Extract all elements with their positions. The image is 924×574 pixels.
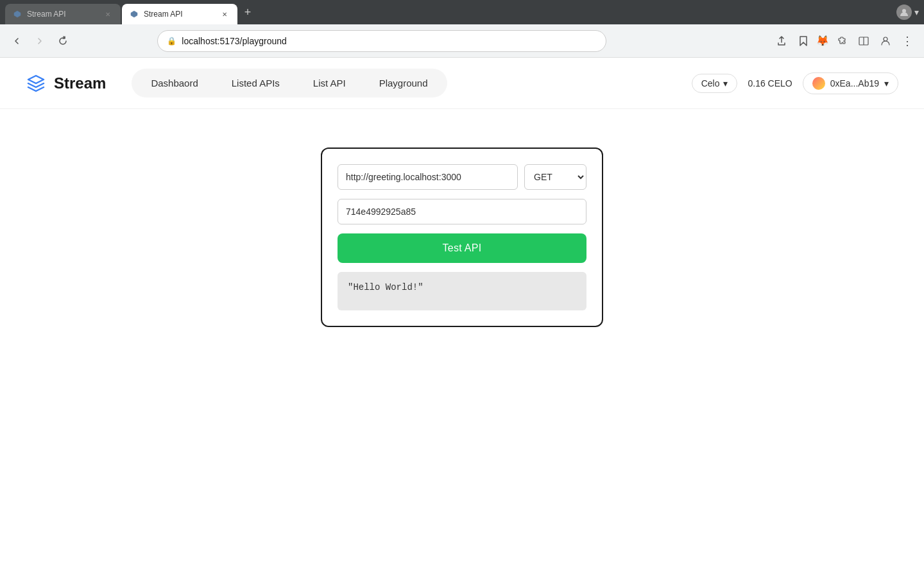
svg-marker-0 <box>14 11 21 17</box>
more-menu-button[interactable]: ⋮ <box>898 32 916 50</box>
stream-logo-icon <box>26 73 46 94</box>
address-bar-row: 🔒 localhost:5173/playground 🦊 <box>0 24 924 58</box>
wallet-address[interactable]: 0xEa...Ab19 ▾ <box>803 72 898 94</box>
bookmark-button[interactable] <box>794 32 812 50</box>
tab-favicon-1 <box>13 10 22 19</box>
chrome-profile-button[interactable] <box>877 32 894 50</box>
url-input[interactable] <box>338 164 518 190</box>
share-button[interactable] <box>773 32 791 50</box>
svg-marker-1 <box>131 11 137 17</box>
nav-link-dashboard[interactable]: Dashbaord <box>135 72 213 94</box>
profile-icon <box>896 4 912 20</box>
tab-favicon-2 <box>130 10 139 19</box>
browser-tab-2[interactable]: Stream API ✕ <box>122 4 237 24</box>
network-selector[interactable]: Celo ▾ <box>692 74 738 93</box>
tab-dropdown-icon[interactable]: ▾ <box>914 7 919 17</box>
nav-links: Dashbaord Listed APIs List API Playgroun… <box>132 69 447 97</box>
tab-close-2[interactable]: ✕ <box>219 9 230 19</box>
back-button[interactable] <box>8 32 26 50</box>
url-row: GET POST PUT DELETE <box>338 164 586 190</box>
address-bar[interactable]: 🔒 localhost:5173/playground <box>157 30 606 52</box>
app-content: Stream Dashbaord Listed APIs List API Pl… <box>0 58 924 574</box>
nav-link-playground[interactable]: Playground <box>364 72 443 94</box>
api-key-input[interactable] <box>338 199 586 224</box>
tab-title-2: Stream API <box>144 10 214 19</box>
wallet-address-text: 0xEa...Ab19 <box>830 78 879 89</box>
wallet-avatar <box>812 77 825 90</box>
svg-point-6 <box>884 37 887 41</box>
browser-profile-area: ▾ <box>896 4 919 20</box>
nav-link-list-api[interactable]: List API <box>298 72 361 94</box>
extensions-button[interactable] <box>833 32 851 50</box>
forward-button[interactable] <box>31 32 49 50</box>
logo-area: Stream <box>26 73 106 94</box>
browser-chrome: Stream API ✕ Stream API ✕ + ▾ <box>0 0 924 24</box>
method-select[interactable]: GET POST PUT DELETE <box>524 164 586 190</box>
test-api-button[interactable]: Test API <box>338 233 586 263</box>
main-content: GET POST PUT DELETE Test API "Hello Worl… <box>0 109 924 366</box>
tab-bar: Stream API ✕ Stream API ✕ + <box>5 0 894 24</box>
lock-icon: 🔒 <box>167 37 176 46</box>
nav-bar: Stream Dashbaord Listed APIs List API Pl… <box>0 58 924 109</box>
metamask-extension-icon[interactable]: 🦊 <box>816 35 829 47</box>
logo-text: Stream <box>54 74 106 92</box>
playground-card: GET POST PUT DELETE Test API "Hello Worl… <box>321 148 603 327</box>
wallet-chevron: ▾ <box>884 78 889 89</box>
new-tab-button[interactable]: + <box>239 3 257 21</box>
network-name: Celo <box>701 78 720 89</box>
balance-display: 0.16 CELO <box>748 78 792 89</box>
split-screen-button[interactable] <box>855 32 873 50</box>
reload-button[interactable] <box>54 32 72 50</box>
tab-title-1: Stream API <box>27 10 98 19</box>
svg-marker-3 <box>800 37 807 46</box>
nav-right: Celo ▾ 0.16 CELO 0xEa...Ab19 ▾ <box>692 72 898 94</box>
tab-close-1[interactable]: ✕ <box>103 9 113 19</box>
network-chevron: ▾ <box>723 78 728 89</box>
address-text: localhost:5173/playground <box>182 36 597 46</box>
browser-tab-1[interactable]: Stream API ✕ <box>5 4 121 24</box>
nav-link-listed-apis[interactable]: Listed APIs <box>216 72 295 94</box>
toolbar-right: 🦊 ⋮ <box>773 32 916 50</box>
response-output: "Hello World!" <box>338 272 586 310</box>
